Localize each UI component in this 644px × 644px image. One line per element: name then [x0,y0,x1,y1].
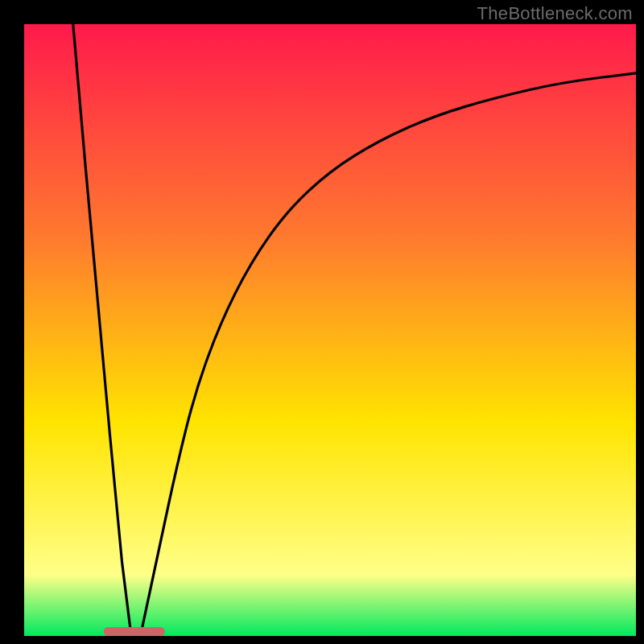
watermark-text: TheBottleneck.com [477,3,633,24]
bottleneck-marker [104,627,165,636]
chart-svg [24,24,636,636]
chart-container: TheBottleneck.com [0,0,644,644]
marker-pill [104,627,165,636]
gradient-background [24,24,636,636]
plot-area [24,24,636,636]
